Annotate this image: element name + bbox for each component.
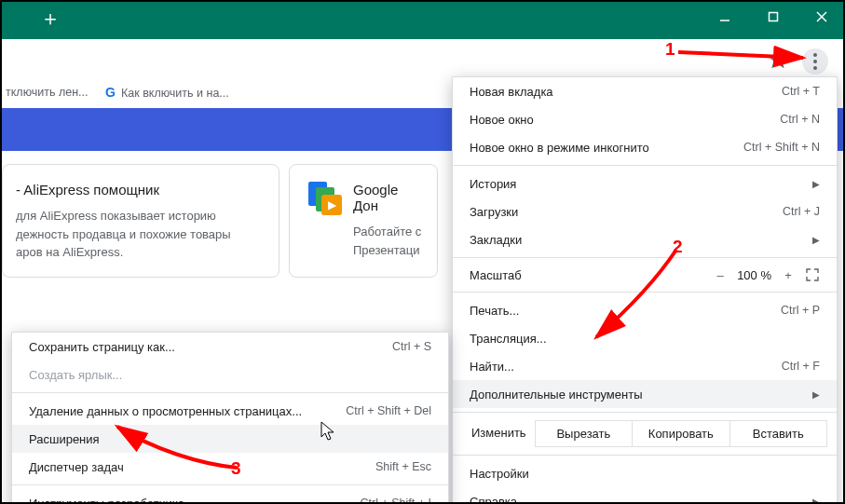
cut-button[interactable]: Вырезать [535, 420, 633, 447]
submenu-dev-tools[interactable]: Инструменты разработчикаCtrl + Shift + I [12, 489, 448, 504]
svg-rect-1 [770, 13, 778, 21]
card-title: - AliExpress помощник [16, 182, 266, 198]
new-tab-button[interactable]: ＋ [37, 7, 63, 34]
minimize-button[interactable] [703, 2, 746, 32]
zoom-in-button[interactable]: + [781, 268, 796, 282]
bookmark-item[interactable]: тключить лен... [6, 86, 89, 99]
menu-item-new-window[interactable]: Новое окноCtrl + N [453, 105, 837, 133]
toolbar [2, 39, 843, 80]
submenu-task-manager[interactable]: Диспетчер задачShift + Esc [12, 453, 448, 481]
menu-item-downloads[interactable]: ЗагрузкиCtrl + J [453, 198, 837, 225]
submenu-extensions[interactable]: Расширения [12, 425, 448, 453]
zoom-label: Масштаб [470, 268, 522, 282]
submenu-create-shortcut: Создать ярлык... [12, 361, 448, 388]
menu-item-new-tab[interactable]: Новая вкладкаCtrl + T [453, 77, 837, 105]
menu-item-print[interactable]: Печать...Ctrl + P [453, 296, 837, 324]
menu-item-zoom: Масштаб – 100 % + [453, 262, 837, 288]
menu-item-incognito[interactable]: Новое окно в режиме инкогнитоCtrl + Shif… [453, 133, 837, 161]
bookmark-item[interactable]: G Как включить и на... [103, 85, 229, 100]
submenu-clear-browsing-data[interactable]: Удаление данных о просмотренных страница… [12, 397, 448, 425]
menu-button[interactable] [802, 48, 828, 75]
close-button[interactable] [800, 2, 843, 32]
menu-item-settings[interactable]: Настройки [453, 459, 837, 487]
separator [453, 455, 837, 456]
separator [453, 165, 837, 166]
browser-window: ＋ тключить лен... G Как включить и на...… [0, 0, 845, 504]
menu-item-help[interactable]: Справка▶ [453, 487, 837, 504]
menu-item-find[interactable]: Найти...Ctrl + F [453, 352, 837, 380]
menu-item-bookmarks[interactable]: Закладки▶ [453, 225, 837, 253]
paste-button[interactable]: Вставить [729, 420, 827, 447]
svg-marker-4 [770, 52, 786, 67]
window-controls [703, 2, 843, 32]
copy-button[interactable]: Копировать [632, 420, 729, 447]
main-menu: Новая вкладкаCtrl + T Новое окноCtrl + N… [452, 76, 838, 504]
chevron-right-icon: ▶ [812, 179, 820, 189]
fullscreen-icon[interactable] [805, 267, 820, 282]
card-desc: Работайте сПрезентаци [353, 223, 424, 259]
edit-label: Изменить [462, 420, 536, 447]
separator [453, 292, 837, 293]
menu-item-more-tools[interactable]: Дополнительные инструменты▶ [453, 380, 837, 408]
menu-edit-row: Изменить Вырезать Копировать Вставить [453, 416, 837, 451]
card-title: Google Дон [353, 182, 424, 213]
google-icon: G [103, 85, 118, 100]
card-desc: для AliExpress показывает историю дежнос… [16, 207, 266, 262]
bookmark-star-icon[interactable] [769, 50, 787, 72]
chevron-right-icon: ▶ [812, 235, 820, 245]
extension-card[interactable]: - AliExpress помощник для AliExpress пок… [2, 164, 279, 278]
chevron-right-icon: ▶ [812, 497, 820, 505]
separator [12, 392, 448, 393]
separator [453, 412, 837, 413]
menu-item-cast[interactable]: Трансляция... [453, 324, 837, 352]
zoom-out-button[interactable]: – [713, 268, 728, 282]
separator [453, 257, 837, 258]
zoom-level: 100 % [737, 268, 771, 282]
more-tools-submenu: Сохранить страницу как...Ctrl + S Создат… [11, 332, 449, 504]
separator [12, 484, 448, 485]
extension-card[interactable]: ▶ Google Дон Работайте сПрезентаци [289, 164, 438, 278]
title-bar: ＋ [2, 2, 843, 39]
chevron-right-icon: ▶ [812, 389, 820, 400]
submenu-save-page[interactable]: Сохранить страницу как...Ctrl + S [12, 333, 448, 361]
google-docs-icon: ▶ [303, 182, 344, 223]
menu-item-history[interactable]: История▶ [453, 170, 837, 198]
maximize-button[interactable] [752, 2, 795, 32]
